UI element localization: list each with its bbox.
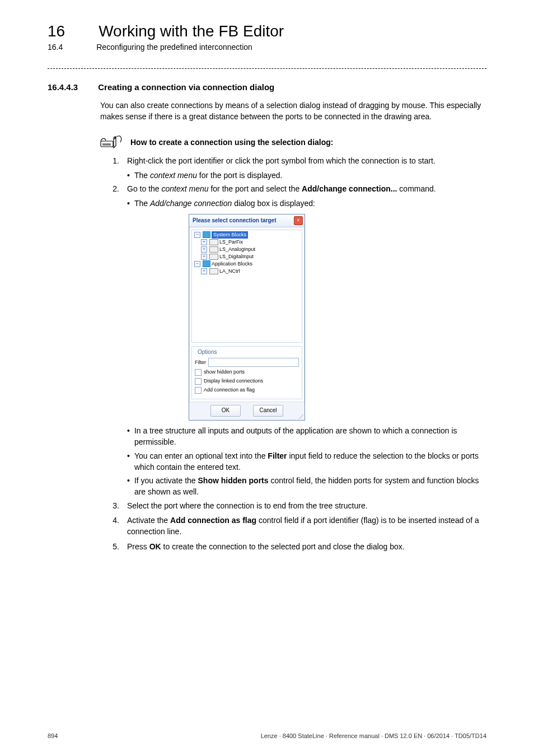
show-hidden-ports-row[interactable]: show hidden ports (195, 368, 299, 376)
step-3: 3. Select the port where the connection … (109, 500, 486, 511)
step-1-bullet: The context menu for the port is display… (127, 170, 486, 181)
step-number: 2. (109, 183, 119, 194)
bullet-text: The Add/change connection dialog box is … (134, 198, 486, 209)
divider (48, 68, 486, 69)
tree-label: LS_ParFix (219, 239, 243, 246)
tree-label: LA_NCtrl (219, 268, 240, 275)
subsection-number: 16.4.4.3 (48, 82, 78, 92)
step-number: 4. (109, 515, 119, 538)
step-2-bullet-1: The Add/change connection dialog box is … (127, 198, 486, 209)
collapse-icon[interactable]: − (194, 232, 200, 238)
section-subheading: 16.4 Reconfiguring the predefined interc… (48, 43, 486, 52)
add-connection-as-flag-row[interactable]: Add connection as flag (195, 386, 299, 394)
procedure-icon (100, 134, 125, 151)
connection-target-dialog: Please select connection target × − Syst… (189, 214, 305, 421)
expand-icon[interactable]: + (201, 246, 207, 253)
step-5: 5. Press OK to create the connection to … (109, 541, 486, 552)
display-linked-connections-row[interactable]: Display linked connections (195, 377, 299, 385)
step-number: 3. (109, 500, 119, 511)
checkbox-label: Add connection as flag (204, 386, 255, 394)
checkbox-label: show hidden ports (204, 368, 245, 376)
step-2: 2. Go to the context menu for the port a… (109, 183, 486, 194)
step-text: Select the port where the connection is … (127, 500, 486, 511)
dialog-title: Please select connection target (193, 217, 277, 225)
howto-title: How to create a connection using the sel… (130, 138, 334, 147)
footer-info: Lenze · 8400 StateLine · Reference manua… (261, 732, 486, 739)
step-2-bullet-3: You can enter an optional text into the … (127, 450, 486, 473)
step-2-bullet-2: In a tree structure all inputs and outpu… (127, 425, 486, 448)
bullet-icon (127, 198, 130, 209)
expand-icon[interactable]: + (201, 268, 207, 274)
folder-icon (203, 231, 210, 238)
page-number: 894 (48, 732, 58, 739)
bullet-text: The context menu for the port is display… (134, 170, 486, 181)
tree-node-system-blocks[interactable]: − System Blocks (193, 231, 301, 239)
bullet-icon (127, 450, 130, 473)
chapter-number: 16 (48, 22, 65, 40)
folder-icon (203, 260, 210, 267)
chapter-title: Working with the FB Editor (99, 22, 284, 40)
bullet-text: You can enter an optional text into the … (134, 450, 486, 473)
checkbox-icon[interactable] (195, 378, 202, 385)
filter-label: Filter (195, 359, 206, 366)
dialog-screenshot: Please select connection target × − Syst… (189, 214, 486, 421)
tree-node-application-blocks[interactable]: − Application Blocks (193, 260, 301, 268)
block-icon (209, 239, 218, 245)
chapter-heading: 16 Working with the FB Editor (48, 22, 486, 40)
step-number: 5. (109, 541, 119, 552)
step-text: Go to the context menu for the port and … (127, 183, 486, 194)
tree-label: LS_AnalogInput (219, 246, 255, 253)
dialog-titlebar: Please select connection target × (189, 214, 305, 227)
tree-node-ls-parfix[interactable]: + LS_ParFix (193, 239, 301, 246)
step-text: Right-click the port identifier or click… (127, 155, 486, 166)
step-text: Press OK to create the connection to the… (127, 541, 486, 552)
tree-label: System Blocks (212, 231, 248, 239)
block-icon (209, 246, 218, 253)
ok-button[interactable]: OK (210, 405, 241, 417)
howto-heading: How to create a connection using the sel… (100, 134, 486, 151)
options-group: Options Filter show hidden ports Display… (191, 346, 302, 400)
options-legend: Options (196, 348, 218, 357)
bullet-text: If you activate the Show hidden ports co… (134, 475, 486, 498)
bullet-icon (127, 475, 130, 498)
subsection-title: Creating a connection via connection dia… (98, 82, 274, 92)
checkbox-icon[interactable] (195, 387, 202, 394)
intro-paragraph: You can also create connections by means… (100, 100, 486, 123)
cancel-button[interactable]: Cancel (253, 405, 283, 417)
bullet-icon (127, 425, 130, 448)
checkbox-label: Display linked connections (204, 377, 263, 385)
step-1: 1. Right-click the port identifier or cl… (109, 155, 486, 166)
subsection-heading: 16.4.4.3 Creating a connection via conne… (48, 82, 486, 92)
tree-node-la-nctrl[interactable]: + LA_NCtrl (193, 268, 301, 275)
block-icon (209, 254, 218, 260)
section-title: Reconfiguring the predefined interconnec… (96, 43, 252, 52)
step-text: Activate the Add connection as flag cont… (127, 515, 486, 538)
step-4: 4. Activate the Add connection as flag c… (109, 515, 486, 538)
tree-node-ls-digitalinput[interactable]: + LS_DigitalInput (193, 253, 301, 260)
checkbox-icon[interactable] (195, 369, 202, 376)
tree-label: Application Blocks (212, 260, 252, 268)
bullet-icon (127, 170, 130, 181)
tree-node-ls-analoginput[interactable]: + LS_AnalogInput (193, 246, 301, 253)
page-footer: 894 Lenze · 8400 StateLine · Reference m… (48, 716, 486, 739)
expand-icon[interactable]: + (201, 254, 207, 260)
step-2-bullet-4: If you activate the Show hidden ports co… (127, 475, 486, 498)
filter-input[interactable] (208, 358, 299, 367)
section-number: 16.4 (48, 43, 63, 52)
filter-row: Filter (195, 358, 299, 367)
dialog-button-row: OK Cancel (189, 402, 305, 420)
block-icon (209, 268, 218, 274)
collapse-icon[interactable]: − (194, 261, 200, 267)
tree-label: LS_DigitalInput (219, 253, 254, 260)
expand-icon[interactable]: + (201, 239, 207, 245)
step-number: 1. (109, 155, 119, 166)
close-icon[interactable]: × (294, 216, 303, 225)
connection-tree[interactable]: − System Blocks + LS_ParFix + LS_AnalogI… (191, 230, 302, 343)
bullet-text: In a tree structure all inputs and outpu… (134, 425, 486, 448)
